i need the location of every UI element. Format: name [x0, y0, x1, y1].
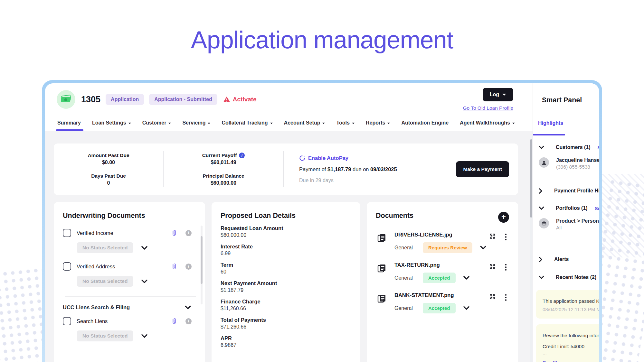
field-label: Interest Rate: [221, 244, 351, 250]
chevron-down-icon: [502, 94, 506, 96]
document-icon: [376, 262, 394, 283]
section-ucc-liens[interactable]: UCC Liens Search & Filing: [63, 304, 196, 311]
enable-autopay-link[interactable]: Enable AutoPay: [299, 155, 348, 161]
loan-type-badge: Application: [106, 94, 144, 105]
person-avatar: [539, 157, 549, 168]
summary-content: Amount Past Due $0.00 Days Past Due 0 Cu…: [45, 131, 533, 362]
documents-panel: Documents +: [367, 202, 518, 362]
log-button-label: Log: [490, 92, 499, 97]
tab-highlights[interactable]: Highlights: [538, 120, 563, 126]
customer-phone: (396) 855-5538: [556, 164, 599, 170]
tab-collateral-tracking[interactable]: Collateral Tracking: [221, 117, 273, 131]
document-category: General: [394, 305, 423, 311]
info-icon[interactable]: i: [239, 153, 245, 158]
loan-status-badge: Application - Submitted: [149, 94, 217, 105]
more-options-icon[interactable]: [504, 233, 508, 253]
main-scrollbar-thumb[interactable]: [530, 139, 532, 218]
chevron-down-icon: [352, 123, 355, 124]
expand-icon[interactable]: [489, 293, 496, 300]
add-document-button[interactable]: +: [498, 212, 509, 223]
main-column: 1305 Application Application - Submitted…: [45, 83, 533, 362]
tab-reports[interactable]: Reports: [365, 117, 391, 131]
status-pill[interactable]: No Status Selected: [77, 330, 133, 341]
section-label: Payment Profile History (: [554, 188, 599, 194]
document-status-pill[interactable]: Accepted: [423, 273, 456, 283]
log-button[interactable]: Log: [483, 88, 513, 101]
recent-notes-section-header[interactable]: Recent Notes (2) See M: [533, 274, 599, 280]
tab-agent-walkthroughs[interactable]: Agent Walkthroughs: [459, 117, 516, 131]
verified-income-checkbox[interactable]: [63, 229, 71, 237]
principal-balance-value: $60,000.00: [211, 180, 236, 186]
tab-summary[interactable]: Summary: [57, 117, 81, 131]
status-pill[interactable]: No Status Selected: [77, 242, 133, 253]
divider: [65, 353, 196, 353]
paperclip-icon[interactable]: [171, 263, 177, 270]
document-status-pill[interactable]: Requires Review: [423, 242, 472, 253]
more-options-icon[interactable]: [504, 263, 508, 283]
smart-panel-title: Smart Panel: [542, 96, 599, 104]
chevron-down-icon[interactable]: [463, 306, 469, 310]
portfolio-sub: All: [556, 225, 599, 231]
section-label: UCC Liens Search & Filing: [63, 304, 130, 311]
tab-loan-settings[interactable]: Loan Settings: [91, 117, 132, 131]
next-payment-sentence: Payment of $1,187.79 due on 09/03/2025: [299, 166, 397, 172]
paperclip-icon[interactable]: [171, 229, 177, 237]
chevron-down-icon[interactable]: [480, 246, 486, 250]
underwriting-item: Verified Address i: [63, 262, 196, 271]
tab-servicing[interactable]: Servicing: [182, 117, 211, 131]
customer-item[interactable]: Jacqueline Hansen (Pri (396) 855-5538: [533, 157, 599, 170]
documents-title: Documents: [376, 212, 413, 220]
note-text: Review the following informa: [543, 333, 599, 339]
chevron-down-icon: [128, 123, 131, 124]
field-label: Finance Charge: [221, 299, 351, 305]
tab-automation-engine[interactable]: Automation Engine: [401, 117, 449, 131]
portfolio-item[interactable]: Product > Personal Loan All: [533, 218, 599, 231]
see-more-link[interactable]: See More: [595, 206, 599, 211]
status-pill[interactable]: No Status Selected: [77, 276, 133, 287]
status-select[interactable]: No Status Selected: [77, 330, 196, 341]
status-select[interactable]: No Status Selected: [77, 276, 196, 287]
info-icon[interactable]: i: [185, 264, 192, 270]
tab-tools[interactable]: Tools: [336, 117, 355, 131]
expand-icon[interactable]: [489, 233, 496, 239]
more-options-icon[interactable]: [504, 293, 508, 313]
chevron-down-icon[interactable]: [141, 246, 147, 250]
loan-header: 1305 Application Application - Submitted…: [45, 83, 533, 111]
chevron-down-icon[interactable]: [141, 334, 147, 338]
search-liens-checkbox[interactable]: [63, 317, 71, 325]
underwriting-item: Search Liens i: [63, 317, 196, 325]
enable-autopay-label: Enable AutoPay: [308, 155, 348, 161]
see-more-link[interactable]: See More: [543, 360, 599, 362]
money-icon: [57, 90, 75, 109]
field-value: $11,260.66: [221, 306, 351, 311]
activate-button[interactable]: Activate: [223, 96, 257, 103]
info-icon[interactable]: i: [185, 318, 192, 324]
paperclip-icon[interactable]: [171, 318, 177, 325]
chevron-down-icon[interactable]: [141, 279, 147, 283]
field-label: Term: [221, 262, 351, 268]
note-ellipsis: ...: [543, 351, 599, 357]
customers-section-header[interactable]: Customers (1) See Mor: [533, 144, 599, 150]
make-a-payment-button[interactable]: Make a Payment: [456, 161, 509, 177]
document-status-pill[interactable]: Accepted: [423, 303, 456, 313]
app-card: 1305 Application Application - Submitted…: [42, 80, 602, 362]
chevron-down-icon[interactable]: [463, 276, 469, 280]
verified-address-checkbox[interactable]: [63, 262, 71, 271]
tab-customer[interactable]: Customer: [142, 117, 172, 131]
refresh-icon: [299, 155, 305, 161]
tab-account-setup[interactable]: Account Setup: [283, 117, 326, 131]
see-more-link[interactable]: See Mor: [598, 145, 599, 150]
alerts-section-header[interactable]: Alerts: [533, 256, 599, 262]
panel-scrollbar-thumb[interactable]: [201, 236, 203, 284]
status-select[interactable]: No Status Selected: [77, 242, 196, 253]
activate-label: Activate: [233, 96, 257, 103]
chevron-down-icon: [322, 123, 325, 124]
payment-profile-history-section-header[interactable]: Payment Profile History (: [533, 188, 599, 194]
go-to-old-loan-profile-link[interactable]: Go To Old Loan Profile: [463, 105, 513, 111]
portfolios-section-header[interactable]: Portfolios (1) See More: [533, 205, 599, 211]
document-category: General: [394, 275, 423, 281]
info-icon[interactable]: i: [185, 230, 192, 236]
field-label: Next Payment Amount: [221, 280, 351, 286]
section-label: Customers (1): [556, 144, 591, 150]
expand-icon[interactable]: [489, 263, 496, 270]
